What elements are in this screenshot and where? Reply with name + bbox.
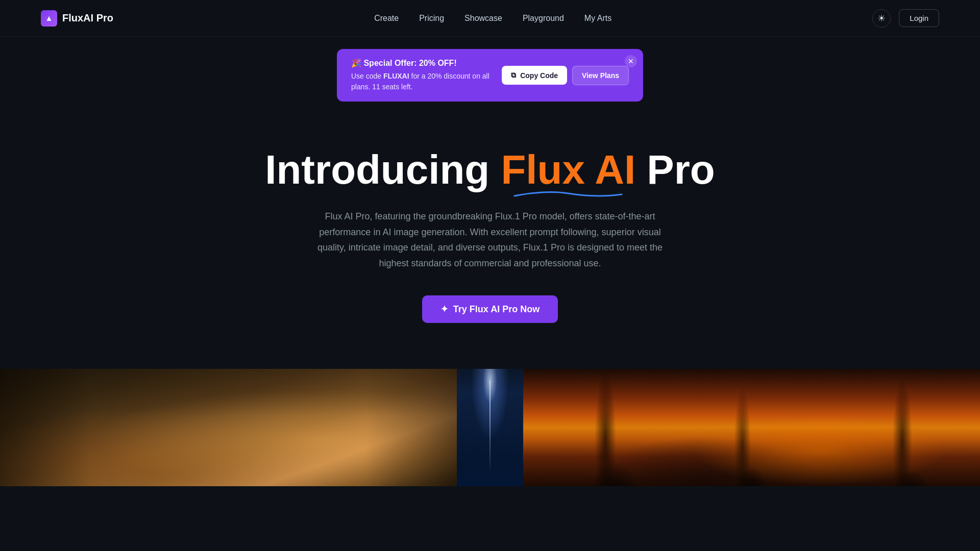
nav-links: Create Pricing Showcase Playground My Ar… <box>374 14 611 23</box>
banner-description: Use code FLUXAI for a 20% discount on al… <box>351 71 489 92</box>
navbar: ▲ FluxAI Pro Create Pricing Showcase Pla… <box>0 0 980 37</box>
banner-close-button[interactable]: ✕ <box>625 55 637 67</box>
nav-item-create[interactable]: Create <box>374 14 399 22</box>
nav-item-pricing[interactable]: Pricing <box>419 14 444 22</box>
banner-desc-prefix: Use code <box>351 72 383 80</box>
promo-code: FLUXAI <box>383 72 409 80</box>
cta-label: Try Flux AI Pro Now <box>453 304 540 315</box>
banner-text: 🎉 Special Offer: 20% OFF! Use code FLUXA… <box>351 58 489 92</box>
copy-code-label: Copy Code <box>520 71 558 80</box>
login-button[interactable]: Login <box>899 9 939 27</box>
copy-code-button[interactable]: ⧉ Copy Code <box>502 66 567 85</box>
hero-title-highlight: Flux AI <box>501 147 635 192</box>
nav-item-playground[interactable]: Playground <box>523 14 564 22</box>
hero-title-prefix: Introducing <box>265 147 501 192</box>
copy-icon: ⧉ <box>511 71 516 80</box>
theme-toggle-button[interactable]: ☀ <box>872 9 891 28</box>
logo-text: FluxAI Pro <box>62 12 113 24</box>
title-underline-decoration <box>501 189 635 198</box>
logo-triangle-icon: ▲ <box>45 14 53 23</box>
cta-button[interactable]: ✦ Try Flux AI Pro Now <box>422 295 558 323</box>
nav-right: ☀ Login <box>872 9 939 28</box>
piano-room-overlay <box>0 369 457 486</box>
banner-actions: ⧉ Copy Code View Plans <box>502 66 629 85</box>
hero-title-suffix: Pro <box>635 147 715 192</box>
banner-wrapper: 🎉 Special Offer: 20% OFF! Use code FLUXA… <box>0 37 980 107</box>
hero-description: Flux AI Pro, featuring the groundbreakin… <box>311 209 669 271</box>
sun-icon: ☀ <box>877 13 886 24</box>
promo-banner: 🎉 Special Offer: 20% OFF! Use code FLUXA… <box>337 49 643 102</box>
logo[interactable]: ▲ FluxAI Pro <box>41 10 113 27</box>
palm-silhouette-overlay <box>523 369 980 486</box>
hero-title: Introducing Flux AI Pro <box>20 147 960 192</box>
gallery-image-underwater-tower <box>457 369 523 486</box>
banner-title: 🎉 Special Offer: 20% OFF! <box>351 58 489 68</box>
logo-icon: ▲ <box>41 10 57 27</box>
hero-section: Introducing Flux AI Pro Flux AI Pro, fea… <box>0 107 980 343</box>
image-gallery <box>0 369 980 486</box>
close-icon: ✕ <box>628 57 634 65</box>
view-plans-button[interactable]: View Plans <box>572 66 629 85</box>
nav-item-showcase[interactable]: Showcase <box>464 14 502 22</box>
nav-item-my-arts[interactable]: My Arts <box>584 14 611 22</box>
gallery-image-sunset-palms <box>523 369 980 486</box>
gallery-image-piano-room <box>0 369 457 486</box>
sparkle-icon: ✦ <box>440 304 448 315</box>
